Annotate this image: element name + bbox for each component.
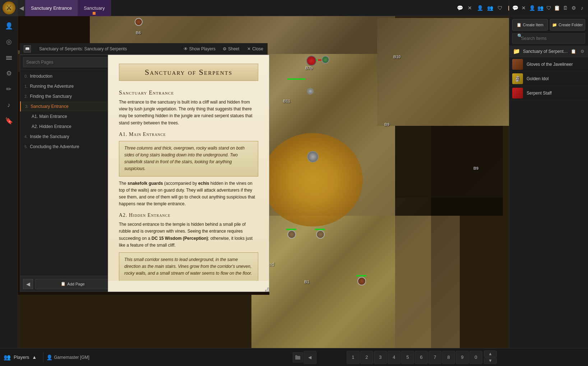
right-panel-icon-9[interactable]: ♪ <box>579 4 585 12</box>
close-icon: ✕ <box>247 46 251 51</box>
items-list: Gloves of the Javelineer 🗿 Golden Idol S… <box>509 57 588 366</box>
book-title: Sanctuary of Serpents <box>119 64 258 81</box>
item-name-gloves: Gloves of the Javelineer <box>527 62 573 67</box>
item-thumb-staff <box>512 88 523 99</box>
add-page-button[interactable]: 📋 Add Page <box>35 279 110 289</box>
show-players-button[interactable]: 👁 Show Players <box>180 46 219 51</box>
add-page-label: Add Page <box>67 282 84 286</box>
map-label-b7b: B7b <box>305 66 313 70</box>
text-a2: The second entrance to the temple is hid… <box>119 221 258 249</box>
tab-label-sanctuary-entrance: Sanctuary Entrance <box>31 5 72 11</box>
item-row-idol[interactable]: 🗿 Golden Idol <box>509 72 588 86</box>
resize-handle[interactable] <box>262 284 269 292</box>
scene-btn-1[interactable]: 1 <box>347 351 360 364</box>
folder-icon: 📁 <box>513 48 520 55</box>
folder-action-icon-1[interactable]: 📋 <box>571 49 576 54</box>
right-panel-icon-7[interactable]: 🗓 <box>562 4 568 12</box>
scene-btn-5[interactable]: 5 <box>401 351 414 364</box>
scene-back-button[interactable]: ◀ <box>304 351 316 364</box>
folder-name: Sanctuary of Serpents - Items <box>523 49 568 54</box>
show-players-label: Show Players <box>189 46 216 51</box>
shield-icon[interactable]: 🛡 <box>496 4 504 12</box>
right-panel-icon-2[interactable]: ✕ <box>520 4 527 12</box>
sidebar-icon-actor[interactable]: 👤 <box>2 19 16 33</box>
map-label-b11: B11 <box>283 99 290 103</box>
scene-btn-0[interactable]: 0 <box>469 351 482 364</box>
users-icon[interactable]: 👥 <box>486 4 494 12</box>
gm-label: Gamemaster [GM] <box>54 355 89 360</box>
close-icon[interactable]: ✕ <box>466 4 474 12</box>
scene-btn-7[interactable]: 7 <box>429 351 441 364</box>
create-item-button[interactable]: 📋 Create Item <box>512 19 548 31</box>
item-thumb-gloves <box>512 59 523 70</box>
scene-btn-8[interactable]: 8 <box>442 351 455 364</box>
item-row-gloves[interactable]: Gloves of the Javelineer <box>509 57 588 72</box>
sidebar-icon-layers[interactable] <box>2 51 16 64</box>
right-panel-icon-6[interactable]: 📋 <box>554 4 560 12</box>
create-item-label: Create Item <box>523 23 543 27</box>
journal-search-input[interactable] <box>23 60 114 65</box>
left-sidebar: 👤 ◎ ⚙ ✏ ♪ 🔖 <box>0 16 18 348</box>
svg-rect-0 <box>6 56 12 57</box>
create-folder-button[interactable]: 📁 Create Folder <box>550 19 585 31</box>
scene-btn-9[interactable]: 9 <box>456 351 469 364</box>
chat-icon[interactable]: 💬 <box>456 4 464 12</box>
right-panel-icon-3[interactable]: 👤 <box>529 4 535 12</box>
content-body[interactable]: Sanctuary of Serpents Sanctuary Entrance… <box>108 55 269 281</box>
scene-controls: 1 2 3 4 5 6 7 8 9 0 ▲ ▼ <box>320 351 523 364</box>
tab-label-sanctuary: Sanctuary <box>84 5 105 11</box>
right-panel-top-icons: 💬 ✕ 👤 👥 🛡 📋 🗓 ⚙ ♪ <box>509 0 588 16</box>
heading-a2: A2. Hidden Entrance <box>119 212 258 218</box>
scene-btn-2[interactable]: 2 <box>360 351 373 364</box>
nav-back-arrow[interactable]: ◀ <box>18 0 25 16</box>
map-label-b6: B6 <box>136 31 141 35</box>
scene-btn-6[interactable]: 6 <box>415 351 428 364</box>
right-panel-actions: 📋 Create Item 📁 Create Folder <box>509 16 588 33</box>
create-folder-icon: 📁 <box>552 23 557 27</box>
scene-btn-4[interactable]: 4 <box>388 351 401 364</box>
user-icon[interactable]: 👤 <box>476 4 484 12</box>
app-logo[interactable]: ⚔ <box>0 0 18 16</box>
right-search-input[interactable] <box>512 33 585 44</box>
players-section[interactable]: 👥 Players ▲ <box>0 354 40 361</box>
scene-down-button[interactable]: ▼ <box>484 357 497 364</box>
sheet-button[interactable]: ⚙ Sheet <box>219 46 243 51</box>
right-panel-icon-5[interactable]: 🛡 <box>546 4 552 12</box>
right-panel: 💬 ✕ 👤 👥 🛡 📋 🗓 ⚙ ♪ 📋 Create Item 📁 Create… <box>509 0 588 366</box>
scene-btn-3[interactable]: 3 <box>374 351 387 364</box>
scene-up-button[interactable]: ▲ <box>484 351 497 357</box>
players-icon: 👥 <box>4 354 11 361</box>
right-panel-icon-1[interactable]: 💬 <box>512 4 518 12</box>
players-expand-arrow: ▲ <box>32 354 37 360</box>
right-panel-icon-8[interactable]: ⚙ <box>571 4 577 12</box>
sidebar-icon-music[interactable]: ♪ <box>2 98 16 112</box>
sheet-icon: ⚙ <box>223 46 227 51</box>
tab-sanctuary-entrance[interactable]: Sanctuary Entrance <box>25 0 78 16</box>
tab-sanctuary[interactable]: Sanctuary ● <box>78 0 111 16</box>
sidebar-icon-target[interactable]: ◎ <box>2 35 16 49</box>
players-label: Players <box>14 354 29 360</box>
folder-action-icon-2[interactable]: ⚙ <box>580 49 584 54</box>
map-label-b9-top: B9 <box>384 122 389 127</box>
bottom-bar: 👥 Players ▲ 👤 Gamemaster [GM] ◀ 1 2 3 4 … <box>0 348 588 366</box>
text-sanctuary-entrance: The entrance to the sanctuary is built i… <box>119 99 258 127</box>
item-row-staff[interactable]: Serpent Staff <box>509 86 588 100</box>
show-players-icon: 👁 <box>184 46 188 51</box>
sidebar-icon-drawings[interactable]: ✏ <box>2 82 16 96</box>
content-panel: Sanctuary of Serpents Sanctuary Entrance… <box>108 55 269 292</box>
bottom-left-scene-btn: ◀ <box>293 351 316 364</box>
map-label-b9-bottom: B9 <box>473 166 478 170</box>
tab-dot-indicator: ● <box>93 12 96 15</box>
close-journal-button[interactable]: ✕ Close <box>243 46 268 51</box>
sidebar-icon-bookmark[interactable]: 🔖 <box>2 114 16 128</box>
right-panel-icon-4[interactable]: 👥 <box>537 4 543 12</box>
add-page-icon: 📋 <box>61 282 66 286</box>
flavor-a2: This small corridor seems to lead underg… <box>119 252 258 281</box>
svg-rect-2 <box>6 59 12 60</box>
scene-folder-button[interactable] <box>293 352 303 362</box>
gm-avatar-icon: 👤 <box>46 354 52 360</box>
prev-page-button[interactable]: ◀ <box>23 279 33 289</box>
text-a1: The snakefolk guards (accompanied by ech… <box>119 180 258 208</box>
sidebar-icon-settings[interactable]: ⚙ <box>2 67 16 80</box>
item-thumb-idol: 🗿 <box>512 73 523 84</box>
